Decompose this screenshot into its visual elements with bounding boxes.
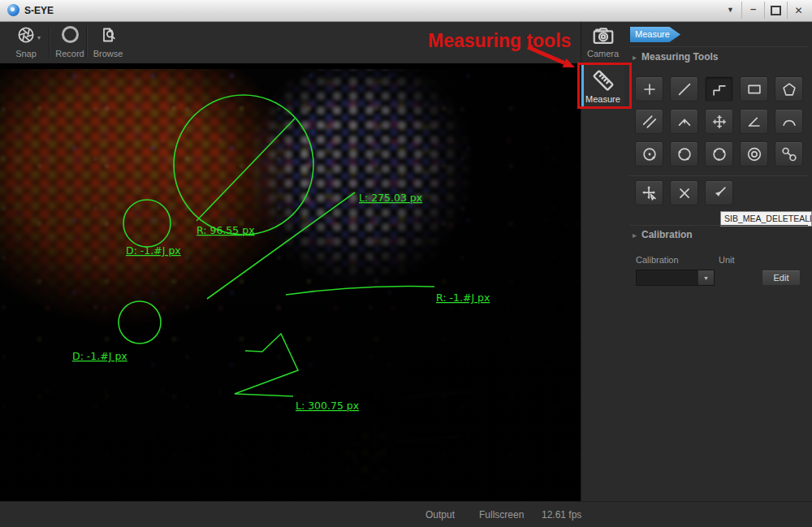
line-icon	[676, 80, 693, 98]
statusbar: Output Fullscreen 12.61 fps	[0, 501, 812, 527]
rectangle-icon	[745, 80, 763, 98]
broom-icon	[710, 184, 728, 202]
concentric-circles-tool-button[interactable]	[740, 141, 768, 166]
arc-icon	[780, 113, 798, 131]
arc-tool-button[interactable]	[775, 109, 803, 134]
calibration-combobox[interactable]: ▼	[636, 270, 715, 286]
status-output[interactable]: Output	[425, 509, 455, 521]
edit-button[interactable]: Edit	[762, 270, 801, 286]
measurement-label: D: -1.#J px	[72, 350, 127, 362]
move-icon	[641, 184, 659, 202]
maximize-button[interactable]	[764, 2, 787, 19]
measurement-overlay: R: 96.55 px D: -1.#J px L: 275.03 px R: …	[0, 63, 581, 501]
status-fullscreen[interactable]: Fullscreen	[479, 509, 524, 521]
window-menu-button[interactable]: ▼	[719, 2, 741, 19]
line-tool-button[interactable]	[670, 76, 698, 102]
camera-icon	[591, 24, 615, 48]
browse-button[interactable]: Browse	[89, 24, 127, 60]
circle-three-point-tool-button[interactable]	[705, 141, 733, 166]
window-title: S-EYE	[24, 5, 54, 16]
measurement-circle-top[interactable]: D: -1.#J px	[123, 200, 181, 257]
parallel-lines-icon	[641, 113, 659, 131]
expand-arrow-icon: ▸	[633, 231, 637, 240]
circle-three-point-icon	[710, 145, 728, 163]
titlebar: S-EYE ▼ – ✕	[0, 0, 812, 22]
right-panel-region: Camera Measure Measure ▸Measuring Tools	[581, 21, 812, 501]
measurement-label: L: 300.75 px	[296, 400, 359, 412]
polygon-tool-button[interactable]	[775, 76, 803, 102]
move-tool-button[interactable]	[635, 180, 663, 205]
close-icon: ✕	[794, 6, 802, 15]
concentric-circles-icon	[745, 145, 763, 163]
measurement-circle-bottom[interactable]: D: -1.#J px	[72, 301, 161, 362]
pentagon-icon	[780, 80, 798, 98]
ruler-icon	[590, 67, 616, 93]
annotation-text: Measuring tools	[428, 30, 571, 52]
minimize-button[interactable]: –	[741, 2, 764, 19]
snap-label: Snap	[15, 49, 37, 58]
record-button[interactable]: Record	[52, 24, 88, 60]
circle-distance-tool-button[interactable]	[775, 141, 803, 166]
rectangle-tool-button[interactable]	[740, 76, 768, 102]
circle-two-point-tool-button[interactable]	[670, 141, 698, 166]
delete-tool-button[interactable]	[670, 180, 698, 205]
measurement-line[interactable]: L: 275.03 px	[207, 192, 422, 299]
two-circles-icon	[780, 145, 798, 163]
snap-button[interactable]: ▾ Snap	[5, 24, 47, 60]
crosshair-tool-button[interactable]	[705, 109, 733, 134]
circle-center-tool-button[interactable]	[635, 141, 663, 166]
caret-down-icon: ▼	[727, 6, 734, 14]
measurement-circle-large[interactable]: R: 96.55 px	[174, 95, 313, 236]
close-button[interactable]: ✕	[787, 2, 810, 19]
measurement-label: R: 96.55 px	[197, 224, 255, 236]
polyline-tool-button[interactable]	[705, 76, 733, 102]
circle-center-icon	[641, 145, 659, 163]
tool-row-edit	[635, 180, 733, 205]
step-polyline-icon	[710, 80, 728, 98]
separator	[629, 46, 808, 47]
plus-icon	[641, 80, 659, 98]
selected-tab-indicator	[581, 65, 584, 106]
record-icon	[62, 26, 79, 43]
side-tabstrip: Camera Measure	[581, 21, 624, 501]
combo-arrow-button[interactable]: ▼	[698, 270, 714, 285]
delete-all-tool-button[interactable]	[705, 180, 733, 205]
aperture-icon	[16, 24, 36, 45]
minimize-icon: –	[750, 3, 756, 14]
tool-grid	[635, 76, 803, 166]
browse-file-icon	[98, 24, 118, 45]
app-icon	[7, 4, 19, 16]
perpendicular-tool-button[interactable]	[670, 109, 698, 134]
delete-x-icon	[676, 184, 693, 202]
browse-label: Browse	[93, 49, 123, 58]
image-canvas: R: 96.55 px D: -1.#J px L: 275.03 px R: …	[0, 63, 581, 501]
angle-tool-button[interactable]	[740, 109, 768, 134]
point-tool-button[interactable]	[635, 76, 663, 102]
tab-measure-label: Measure	[585, 94, 620, 104]
measurement-label: D: -1.#J px	[126, 244, 181, 257]
calibration-header-label: Calibration	[641, 229, 693, 240]
snap-dropdown-caret-icon: ▾	[37, 34, 41, 41]
status-fps: 12.61 fps	[542, 509, 581, 521]
toolbar-separator	[49, 26, 50, 58]
record-label: Record	[55, 49, 84, 58]
window-controls: ▼ – ✕	[719, 2, 810, 19]
measuring-tools-header[interactable]: ▸Measuring Tools	[633, 51, 718, 63]
measurement-arc[interactable]: R: -1.#J px	[286, 286, 490, 304]
measure-panel: Measure ▸Measuring Tools SIB_ME	[624, 21, 812, 501]
panel-banner: Measure	[630, 27, 680, 42]
angle-icon	[745, 113, 763, 131]
calibration-header[interactable]: ▸Calibration	[633, 229, 693, 240]
measurement-label: R: -1.#J px	[436, 292, 490, 304]
tab-camera-label: Camera	[587, 49, 619, 58]
calibration-label: Calibration	[636, 255, 679, 265]
measurement-label: L: 275.03 px	[359, 192, 422, 204]
tab-camera[interactable]: Camera	[581, 24, 624, 64]
caret-down-icon: ▼	[703, 275, 709, 281]
caret-angle-icon	[676, 113, 693, 131]
parallel-lines-tool-button[interactable]	[635, 109, 663, 134]
tab-measure[interactable]: Measure	[581, 64, 624, 107]
measuring-tools-header-label: Measuring Tools	[641, 51, 718, 63]
maximize-icon	[771, 6, 781, 15]
measurement-polyline[interactable]: L: 300.75 px	[235, 334, 359, 412]
